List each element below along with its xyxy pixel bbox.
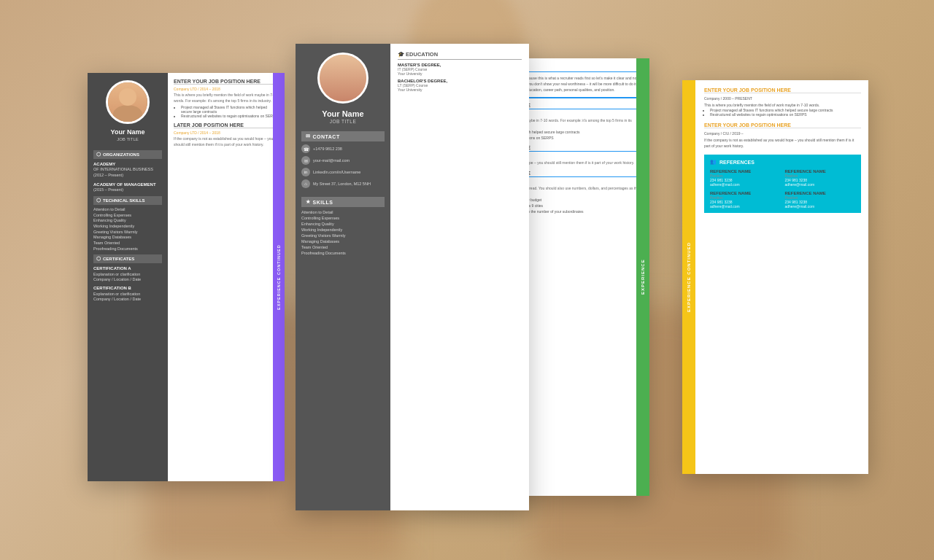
exp1-title: ENTER YOUR JOB POSITION HERE	[174, 79, 279, 85]
card4-exp1-text: This is where you briefly mention the fi…	[704, 102, 861, 108]
skill-7: Team Oriented	[301, 245, 385, 249]
ref-1: REFERENCE NAME Position 234 981 3238 adh…	[710, 169, 781, 187]
resume-card-1: Your Name JOB TITLE ORGANIZATIONS ACADEM…	[88, 73, 285, 481]
skill-1: Attention to Detail	[301, 210, 385, 214]
card2-sidebar: Your Name JOB TITLE ✉ CONTACT ☎ +1479 98…	[296, 44, 390, 510]
degree2-uni: Your University	[398, 88, 522, 92]
ref-grid: REFERENCE NAME Position 234 981 3238 adh…	[710, 169, 855, 209]
cert1: CERTIFICATION A Explanation or clarifica…	[93, 265, 162, 283]
skills-section-title: TECHNICAL SKILLS	[93, 196, 162, 205]
card4-exp2-header: ENTER YOUR JOB POSITION HERE	[704, 122, 861, 128]
skill-4: Working Independently	[301, 228, 385, 232]
address-text: My Street 37, London, M12 5NH	[313, 182, 371, 186]
email-text: your-mail@mail.com	[313, 158, 350, 163]
skill-2: Controlling Expenses	[301, 216, 385, 220]
ref-header: 👥 REFERENCES	[710, 159, 855, 165]
card4-exp1-header: ENTER YOUR JOB POSITION HERE	[704, 88, 861, 93]
phone-icon: ✉	[306, 133, 311, 139]
edu-title: 🎓 EDUCATION	[398, 51, 522, 60]
ref-2: REFERENCE NAME Position 234 981 3238 adh…	[785, 169, 856, 187]
exp2-company: Company LTD / 2014 – 2018	[174, 131, 279, 135]
card2-right: 🎓 EDUCATION MASTER'S DEGREE, IT (SERP) C…	[390, 44, 529, 510]
card1-main: ENTER YOUR JOB POSITION HERE Company LTD…	[168, 73, 285, 481]
contact-header: ✉ CONTACT	[301, 131, 385, 141]
card1-jobtitle: JOB TITLE	[117, 137, 139, 141]
green-exp-ribbon: EXPERIENCE	[636, 58, 649, 496]
org2: ACADEMY OF MANAGEMENT (2015 – Present)	[93, 182, 162, 193]
card2-contact: ✉ CONTACT ☎ +1479 9812 238 ✉ your-mail@m…	[301, 131, 385, 191]
card1-exp2: LATER JOB POSITION HERE Company LTD / 20…	[174, 122, 279, 147]
exp1-body: This is where you briefly mention the fi…	[174, 93, 279, 104]
card4-exp2: ENTER YOUR JOB POSITION HERE Company / C…	[704, 122, 861, 149]
card4-exp2-text: If the company is not as established as …	[704, 137, 861, 149]
card1-name: Your Name	[111, 128, 145, 136]
card1-sidebar: Your Name JOB TITLE ORGANIZATIONS ACADEM…	[88, 73, 168, 481]
yellow-ribbon: EXPERIENCE CONTINUED	[682, 80, 695, 474]
resume-card-4: EXPERIENCE CONTINUED ENTER YOUR JOB POSI…	[682, 80, 868, 474]
card1-exp1: ENTER YOUR JOB POSITION HERE Company LTD…	[174, 79, 279, 118]
skills-header: ★ SKILLS	[301, 197, 385, 207]
phone-item: ☎ +1479 9812 238	[301, 144, 385, 153]
skills-list: Attention to Detail Controlling Expenses…	[93, 207, 162, 252]
card2-name: Your Name	[322, 109, 363, 119]
email-icon-circle: ✉	[301, 156, 310, 165]
address-item: ⌂ My Street 37, London, M12 5NH	[301, 179, 385, 188]
phone-icon-circle: ☎	[301, 144, 310, 153]
skill-5: Greeting Visitors Warmly	[301, 233, 385, 238]
card2-jobtitle: JOB TITLE	[330, 119, 357, 124]
linkedin-item: in LinkedIn.com/in/Username	[301, 168, 385, 176]
references-section: 👥 REFERENCES REFERENCE NAME Position 234…	[704, 155, 861, 213]
card4-inner: ENTER YOUR JOB POSITION HERE Company / 2…	[704, 88, 861, 213]
purple-ribbon: EXPERIENCE CONTINUED	[273, 73, 285, 481]
card2-skills: ★ SKILLS Attention to Detail Controlling…	[301, 197, 385, 257]
skill-6: Managing Databases	[301, 239, 385, 244]
card2-avatar	[317, 52, 368, 104]
card4-exp2-company: Company / CIU / 2019 –	[704, 131, 861, 136]
education-section: 🎓 EDUCATION MASTER'S DEGREE, IT (SERP) C…	[398, 51, 522, 92]
card1-avatar	[106, 80, 150, 124]
email-item: ✉ your-mail@mail.com	[301, 156, 385, 165]
ref-3: REFERENCE NAME Position 234 981 3238 adh…	[710, 191, 781, 209]
card4-exp1-company: Company / 2000 – PRESENT	[704, 96, 861, 101]
address-icon-circle: ⌂	[301, 179, 310, 188]
cert-section-title: CERTIFICATES	[93, 254, 162, 263]
cert2: CERTIFICATION B Explanation or clarifica…	[93, 285, 162, 303]
skills-icon: ★	[306, 199, 311, 205]
phone-text: +1479 9812 238	[313, 147, 342, 151]
skill-3: Enhancing Quality	[301, 222, 385, 226]
org-section-title: ORGANIZATIONS	[93, 150, 162, 159]
ref-icon: 👥	[710, 159, 717, 165]
exp1-company: Company LTD / 2014 – 2018	[174, 87, 279, 91]
linkedin-icon-circle: in	[301, 168, 310, 176]
resume-card-2: Your Name JOB TITLE ✉ CONTACT ☎ +1479 98…	[296, 44, 529, 510]
exp2-body: If the company is not as established as …	[174, 136, 279, 147]
edu-icon: 🎓	[398, 51, 406, 58]
degree1-uni: Your University	[398, 71, 522, 76]
ref-4: REFERENCE NAME Position 234 981 3238 adh…	[785, 191, 856, 209]
skill-8: Proofreading Documents	[301, 251, 385, 255]
linkedin-text: LinkedIn.com/in/Username	[313, 170, 360, 174]
exp2-title: LATER JOB POSITION HERE	[174, 122, 279, 128]
card4-exp1: ENTER YOUR JOB POSITION HERE Company / 2…	[704, 88, 861, 117]
org1: ACADEMY OF INTERNATIONAL BUSINESS (2012 …	[93, 161, 162, 179]
avatar-face	[108, 81, 147, 123]
